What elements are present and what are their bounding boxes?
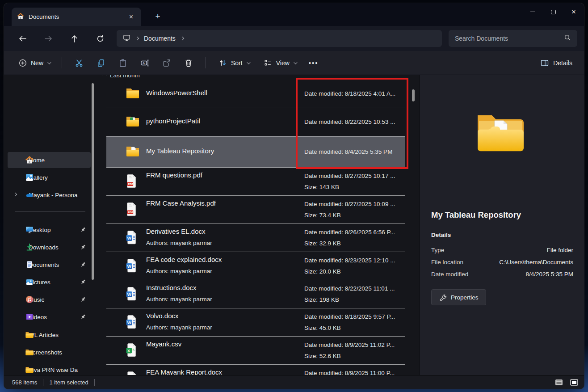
new-button[interactable]: New	[13, 55, 56, 72]
sidebar-divider	[15, 211, 85, 212]
breadcrumb-segment[interactable]: Documents	[144, 35, 176, 42]
status-bar: 568 items 1 item selected	[4, 375, 584, 389]
copy-button[interactable]	[91, 55, 110, 72]
items-count: 568 items	[12, 379, 37, 386]
details-view-toggle[interactable]	[554, 378, 564, 387]
share-button[interactable]	[157, 55, 176, 72]
sidebar-item-downloads[interactable]: Downloads	[8, 239, 91, 255]
detail-field-modified: Date modified8/4/2025 5:35 PM	[431, 271, 573, 280]
sort-button[interactable]: Sort	[213, 55, 255, 72]
svg-text:PDF: PDF	[128, 182, 134, 185]
detail-field-location: File locationC:\Users\thema\Documents	[431, 259, 573, 268]
new-tab-button[interactable]: +	[151, 11, 164, 22]
sidebar-item-home[interactable]: Home	[8, 152, 91, 168]
rename-button[interactable]: A	[135, 55, 154, 72]
tab-close-icon[interactable]: ×	[126, 13, 136, 21]
view-icon	[264, 59, 272, 67]
svg-text:W: W	[127, 320, 131, 325]
search-icon	[564, 34, 571, 43]
navigation-bar: Documents Search Documents	[4, 26, 584, 51]
search-placeholder: Search Documents	[455, 35, 564, 42]
tab-strip: Documents × + ×	[4, 3, 584, 26]
details-section-label: Details	[431, 232, 451, 238]
trash-icon	[184, 59, 193, 67]
file-row[interactable]: W FEA Mayank Report.docx Date modified: …	[106, 365, 405, 375]
file-row[interactable]: PDF FRM questions.pdf Date modified: 8/2…	[106, 168, 405, 196]
details-pane: My Tableau Repository Details TypeFile f…	[420, 75, 584, 375]
word-icon: W	[126, 230, 140, 244]
word-icon: W	[126, 258, 140, 273]
folder-icon	[25, 330, 34, 339]
sidebar-item-screenshots[interactable]: Screenshots	[8, 344, 91, 360]
pin-icon	[79, 278, 88, 287]
this-pc-icon	[123, 34, 130, 43]
search-input[interactable]: Search Documents	[449, 30, 577, 47]
group-collapse-icon[interactable]	[103, 75, 106, 77]
sidebar-item-gallery[interactable]: Gallery	[8, 169, 91, 185]
file-row[interactable]: W FEA code explained.docx Authors: mayan…	[106, 252, 405, 280]
details-pane-toggle[interactable]: Details	[538, 59, 574, 67]
folder-icon	[25, 365, 34, 374]
word-icon: W	[126, 287, 140, 301]
breadcrumb[interactable]: Documents	[117, 30, 442, 47]
folder-icon	[126, 87, 140, 101]
file-row[interactable]: W Volvo.docx Authors: mayank parmar Date…	[106, 308, 405, 337]
refresh-button[interactable]	[91, 30, 109, 46]
sidebar-item-documents[interactable]: Documents	[8, 257, 91, 273]
file-row[interactable]: pythonProjectPatil Date modified: 8/22/2…	[106, 108, 405, 136]
thumbnail-view-icon	[570, 379, 578, 386]
detail-field-type: TypeFile folder	[431, 247, 573, 256]
gallery-icon	[25, 173, 34, 182]
paste-button[interactable]	[113, 55, 132, 72]
properties-button[interactable]: Properties	[431, 289, 486, 305]
sidebar-item-videos[interactable]: Videos	[8, 309, 91, 325]
file-row[interactable]: W Instructions.docx Authors: mayank parm…	[106, 280, 405, 308]
sidebar-scrollbar[interactable]	[92, 83, 94, 280]
sidebar-item-viva-prn[interactable]: Viva PRN wise Da	[8, 362, 91, 375]
see-more-button[interactable]: •••	[303, 59, 324, 67]
minimize-button[interactable]	[522, 3, 543, 21]
breadcrumb-chevron-icon	[135, 37, 139, 40]
back-button[interactable]	[13, 30, 32, 46]
file-row[interactable]: Xa, Mayank.csv Date modified: 8/9/2025 1…	[106, 337, 405, 365]
pin-icon	[79, 260, 88, 269]
file-list-scrollbar[interactable]	[412, 89, 415, 101]
up-button[interactable]	[65, 30, 84, 46]
thumbnail-view-toggle[interactable]	[569, 378, 580, 387]
cut-button[interactable]	[69, 55, 88, 72]
sidebar-item-desktop[interactable]: Desktop	[8, 222, 91, 238]
home-tab-icon	[17, 13, 24, 21]
expand-chevron-icon[interactable]	[13, 193, 17, 196]
pin-icon	[79, 312, 88, 321]
share-icon	[162, 59, 171, 67]
pin-icon	[79, 225, 88, 234]
file-row[interactable]: PDF FRM Case Analysis.pdf Date modified:…	[106, 196, 405, 224]
sidebar-item-music[interactable]: Music	[8, 291, 91, 308]
word-icon: W	[126, 371, 140, 375]
svg-text:W: W	[127, 264, 131, 269]
delete-button[interactable]	[179, 55, 198, 72]
maximize-button[interactable]	[543, 3, 563, 21]
file-row-selected[interactable]: My Tableau Repository Date modified: 8/4…	[106, 136, 405, 168]
group-header[interactable]: Last month	[103, 75, 140, 80]
word-icon: W	[126, 315, 140, 329]
selection-count: 1 item selected	[49, 379, 88, 386]
view-button[interactable]: View	[258, 55, 302, 72]
forward-button[interactable]	[39, 30, 58, 46]
excel-icon: Xa,	[126, 343, 140, 357]
tab-documents[interactable]: Documents ×	[12, 8, 141, 26]
file-row[interactable]: W Derivatives EL.docx Authors: mayank pa…	[106, 224, 405, 252]
file-row[interactable]: WindowsPowerShell Date modified: 8/18/20…	[106, 80, 405, 108]
svg-text:PDF: PDF	[128, 211, 134, 214]
command-bar: New A Sort View	[4, 51, 584, 75]
pin-icon	[79, 295, 88, 304]
sidebar-item-pictures[interactable]: Pictures	[8, 274, 91, 290]
pictures-icon	[25, 278, 34, 287]
file-explorer-window: Documents × + × Documents	[4, 3, 584, 389]
home-icon	[25, 156, 34, 164]
sidebar-item-onedrive[interactable]: Mayank - Persona	[8, 187, 91, 203]
close-button[interactable]: ×	[563, 3, 584, 21]
videos-icon	[25, 312, 34, 321]
cut-icon	[75, 59, 84, 67]
sidebar-item-wl-articles[interactable]: WL Articles	[8, 327, 91, 343]
